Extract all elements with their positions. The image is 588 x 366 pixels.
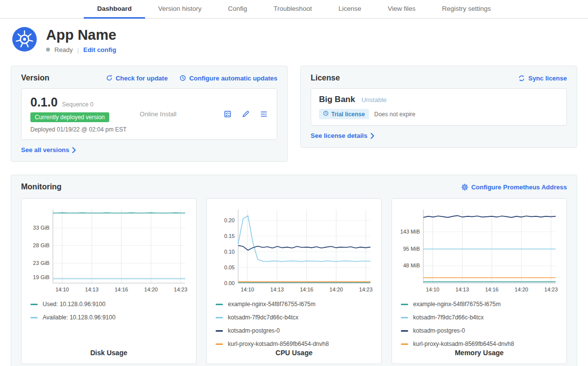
tab-version-history[interactable]: Version history (145, 0, 215, 19)
current-version-panel: 0.1.0 Sequence 0 Currently deployed vers… (21, 88, 277, 140)
app-header: App Name Ready | Edit config (0, 19, 588, 56)
cpu-usage-chart-card: 0.000.050.100.150.2014:1014:1314:1614:20… (206, 198, 382, 364)
chart-title: Disk Usage (27, 349, 190, 359)
sync-license-link[interactable]: Sync license (518, 75, 567, 82)
link-label: Sync license (528, 75, 567, 82)
tab-config[interactable]: Config (215, 0, 260, 19)
configure-prometheus-link[interactable]: Configure Prometheus Address (461, 183, 567, 191)
svg-text:143 MiB: 143 MiB (400, 229, 420, 235)
legend-item: Available: 10.128.0.96:9100 (30, 314, 190, 321)
legend-label: kotsadm-postgres-0 (228, 327, 280, 334)
chevron-right-icon (370, 133, 374, 139)
legend-label: kurl-proxy-kotsadm-8569fb6454-dnvh8 (228, 340, 329, 347)
disk-usage-chart-card: 19 GiB23 GiB28 GiB33 GiB14:1014:1314:161… (21, 198, 196, 364)
legend-swatch (401, 304, 408, 305)
check-for-update-link[interactable]: Check for update (106, 75, 168, 82)
cpu-usage-legend: example-nginx-54f8f76755-l675mkotsadm-7f… (213, 301, 375, 347)
legend-label: example-nginx-54f8f76755-l675m (413, 301, 501, 308)
sync-icon (518, 75, 525, 82)
svg-text:14:16: 14:16 (485, 287, 499, 292)
edit-config-values-icon[interactable] (242, 110, 250, 118)
deployed-badge: Currently deployed version (30, 112, 109, 122)
chevron-right-icon (72, 147, 76, 153)
legend-label: Used: 10.128.0.96:9100 (43, 301, 105, 308)
legend-swatch (216, 330, 223, 332)
monitoring-card: Monitoring Configure Prometheus A (11, 175, 577, 366)
edit-config-link[interactable]: Edit config (83, 46, 116, 53)
preflight-checks-icon[interactable] (223, 110, 232, 118)
kots-admin-dashboard: DashboardVersion historyConfigTroublesho… (0, 0, 588, 366)
badge-label: Trial license (331, 111, 365, 118)
svg-text:14:10: 14:10 (55, 287, 69, 292)
memory-usage-legend: example-nginx-54f8f76755-l675mkotsadm-7f… (398, 301, 561, 347)
status-dot (46, 48, 50, 52)
svg-text:14:16: 14:16 (300, 287, 314, 292)
legend-swatch (401, 317, 408, 318)
link-label: Check for update (116, 75, 168, 82)
svg-text:14:10: 14:10 (241, 287, 254, 292)
disk-usage-chart: 19 GiB23 GiB28 GiB33 GiB14:1014:1314:161… (27, 205, 190, 296)
tab-dashboard[interactable]: Dashboard (84, 0, 145, 19)
charts-row: 19 GiB23 GiB28 GiB33 GiB14:1014:1314:161… (21, 198, 567, 364)
svg-text:14:20: 14:20 (329, 287, 343, 292)
legend-swatch (216, 343, 223, 345)
deployed-timestamp: Deployed 01/19/22 @ 02:04 pm EST (30, 126, 140, 133)
version-card: Version Check for update (11, 66, 288, 162)
nav-tabs: DashboardVersion historyConfigTroublesho… (0, 0, 588, 19)
legend-label: example-nginx-54f8f76755-l675m (228, 301, 316, 308)
tab-troubleshoot[interactable]: Troubleshoot (260, 0, 325, 19)
legend-swatch (401, 343, 408, 345)
link-label: See license details (311, 132, 368, 139)
legend-label: Available: 10.128.0.96:9100 (43, 314, 116, 321)
svg-text:14:13: 14:13 (270, 287, 284, 292)
svg-text:14:20: 14:20 (144, 287, 158, 292)
link-label: Configure automatic updates (189, 75, 277, 82)
legend-item: kurl-proxy-kotsadm-8569fb6454-dnvh8 (401, 340, 561, 347)
chart-title: CPU Usage (213, 349, 375, 359)
sequence-label: Sequence 0 (62, 101, 94, 108)
configure-automatic-updates-link[interactable]: Configure automatic updates (179, 75, 277, 82)
install-type-label: Online Install (140, 110, 223, 118)
license-expiration: Does not expire (374, 111, 416, 118)
clock-icon (323, 110, 329, 118)
clock-refresh-icon (179, 75, 186, 81)
see-all-versions-link[interactable]: See all versions (21, 146, 76, 154)
legend-item: kotsadm-7f9dc7d66c-b4tcx (401, 314, 561, 321)
gear-icon (461, 183, 468, 191)
svg-text:28 GiB: 28 GiB (33, 242, 49, 248)
tab-view-files[interactable]: View files (374, 0, 429, 19)
legend-item: kotsadm-postgres-0 (216, 327, 375, 334)
chart-title: Memory Usage (398, 349, 561, 359)
svg-text:14:13: 14:13 (85, 287, 99, 292)
refresh-icon (106, 75, 113, 81)
svg-text:0.05: 0.05 (224, 264, 235, 270)
svg-text:19 GiB: 19 GiB (33, 274, 49, 280)
legend-item: example-nginx-54f8f76755-l675m (216, 301, 375, 308)
svg-text:14:23: 14:23 (359, 287, 373, 292)
kubernetes-logo-icon (12, 26, 37, 54)
tab-registry-settings[interactable]: Registry settings (429, 0, 504, 19)
svg-text:0.10: 0.10 (224, 249, 235, 255)
legend-swatch (30, 304, 38, 305)
license-panel: Big Bank Unstable Trial license Does n (311, 88, 567, 126)
svg-text:48 MiB: 48 MiB (403, 262, 420, 268)
memory-usage-chart-card: 48 MiB95 MiB143 MiB14:1014:1314:1614:201… (392, 198, 567, 364)
legend-label: kurl-proxy-kotsadm-8569fb6454-dnvh8 (413, 340, 514, 347)
svg-text:14:23: 14:23 (544, 287, 558, 292)
svg-text:14:20: 14:20 (514, 287, 528, 292)
deploy-logs-icon[interactable] (260, 110, 268, 118)
divider: | (77, 46, 79, 53)
legend-item: example-nginx-54f8f76755-l675m (401, 301, 561, 308)
status-label: Ready (54, 46, 73, 53)
link-label: See all versions (21, 146, 69, 154)
legend-label: kotsadm-7f9dc7d66c-b4tcx (413, 314, 484, 321)
tab-license[interactable]: License (325, 0, 375, 19)
version-number: 0.1.0 (30, 95, 58, 109)
see-license-details-link[interactable]: See license details (311, 132, 374, 139)
app-status-row: Ready | Edit config (46, 46, 116, 53)
license-card-title: License (311, 74, 340, 82)
svg-text:14:13: 14:13 (456, 287, 469, 292)
monitoring-title: Monitoring (21, 183, 62, 191)
svg-text:14:16: 14:16 (115, 287, 128, 292)
svg-text:14:23: 14:23 (174, 287, 188, 292)
